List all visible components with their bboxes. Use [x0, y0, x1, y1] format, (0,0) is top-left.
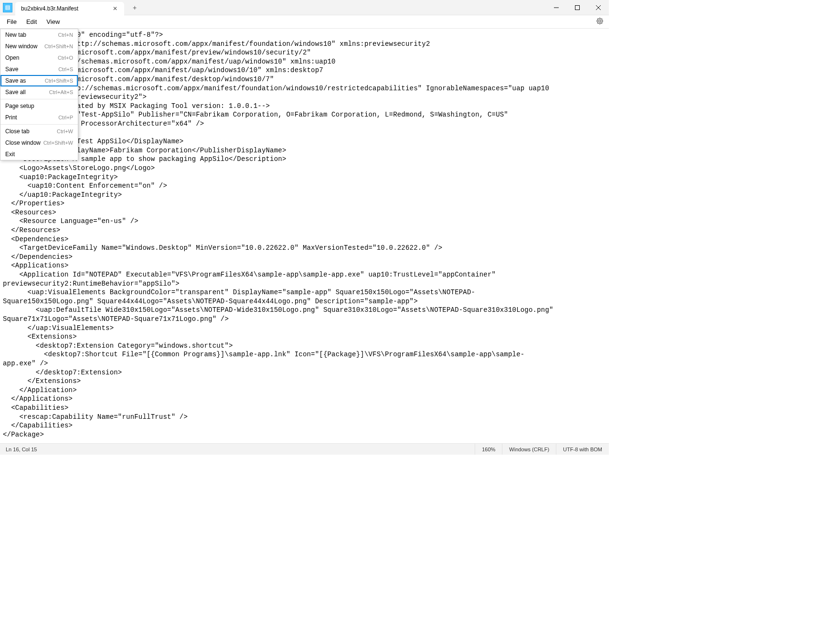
menu-item-open[interactable]: OpenCtrl+O: [0, 52, 78, 64]
menu-label: Print: [5, 114, 17, 121]
close-tab-icon[interactable]: ✕: [112, 5, 118, 12]
menu-shortcut: Ctrl+S: [58, 66, 73, 72]
menu-item-new-tab[interactable]: New tabCtrl+N: [0, 29, 78, 41]
menu-label: Save: [5, 66, 18, 73]
window-controls: [546, 0, 609, 15]
menu-bar: File Edit View: [0, 15, 609, 29]
menu-shortcut: Ctrl+Shift+S: [45, 78, 73, 84]
menu-label: New window: [5, 43, 37, 50]
menu-item-save-all[interactable]: Save allCtrl+Alt+S: [0, 86, 78, 98]
menu-item-close-tab[interactable]: Close tabCtrl+W: [0, 126, 78, 137]
menu-item-page-setup[interactable]: Page setup: [0, 100, 78, 112]
menu-divider: [0, 99, 78, 99]
menu-label: Save all: [5, 89, 26, 96]
menu-label: Open: [5, 54, 19, 61]
menu-label: New tab: [5, 32, 26, 38]
status-line-ending: Windows (CRLF): [502, 444, 556, 455]
tab-active[interactable]: bu2xbkv4.b3r.Manifest ✕: [15, 2, 124, 15]
menu-shortcut: Ctrl+Shift+W: [43, 140, 73, 146]
minimize-button[interactable]: [546, 0, 567, 15]
menu-label: Exit: [5, 151, 15, 158]
menu-item-save[interactable]: SaveCtrl+S: [0, 64, 78, 75]
new-tab-button[interactable]: +: [128, 1, 141, 14]
menu-item-exit[interactable]: Exit: [0, 149, 78, 160]
close-window-button[interactable]: [588, 0, 609, 15]
editor-content[interactable]: 0" encoding="utf-8"?> ttp://schemas.micr…: [0, 29, 609, 441]
title-bar: bu2xbkv4.b3r.Manifest ✕ +: [0, 0, 609, 15]
tab-title: bu2xbkv4.b3r.Manifest: [21, 5, 78, 12]
svg-rect-5: [575, 5, 580, 10]
maximize-button[interactable]: [567, 0, 588, 15]
menu-item-save-as[interactable]: Save asCtrl+Shift+S: [0, 75, 78, 86]
menu-item-close-window[interactable]: Close windowCtrl+Shift+W: [0, 137, 78, 149]
menu-shortcut: Ctrl+Alt+S: [49, 89, 73, 95]
menu-view[interactable]: View: [42, 16, 64, 27]
menu-divider: [0, 124, 78, 125]
menu-shortcut: Ctrl+O: [58, 55, 73, 61]
menu-edit[interactable]: Edit: [21, 16, 42, 27]
file-menu-dropdown: New tabCtrl+N New windowCtrl+Shift+N Ope…: [0, 29, 78, 160]
menu-label: Close window: [5, 139, 41, 146]
gear-icon: [596, 18, 603, 24]
menu-shortcut: Ctrl+P: [58, 115, 73, 120]
status-encoding: UTF-8 with BOM: [556, 444, 609, 455]
menu-shortcut: Ctrl+W: [57, 128, 73, 134]
menu-shortcut: Ctrl+N: [58, 32, 73, 38]
menu-label: Close tab: [5, 128, 30, 135]
status-bar: Ln 16, Col 15 160% Windows (CRLF) UTF-8 …: [0, 443, 609, 455]
menu-label: Page setup: [5, 103, 34, 109]
editor-area[interactable]: New tabCtrl+N New windowCtrl+Shift+N Ope…: [0, 29, 609, 442]
menu-shortcut: Ctrl+Shift+N: [44, 43, 73, 49]
menu-item-new-window[interactable]: New windowCtrl+Shift+N: [0, 41, 78, 52]
menu-item-print[interactable]: PrintCtrl+P: [0, 112, 78, 123]
settings-button[interactable]: [593, 16, 607, 28]
app-icon: [3, 3, 12, 12]
status-zoom[interactable]: 160%: [475, 444, 502, 455]
status-position: Ln 16, Col 15: [0, 447, 37, 452]
menu-label: Save as: [5, 77, 26, 84]
menu-file[interactable]: File: [2, 16, 21, 27]
